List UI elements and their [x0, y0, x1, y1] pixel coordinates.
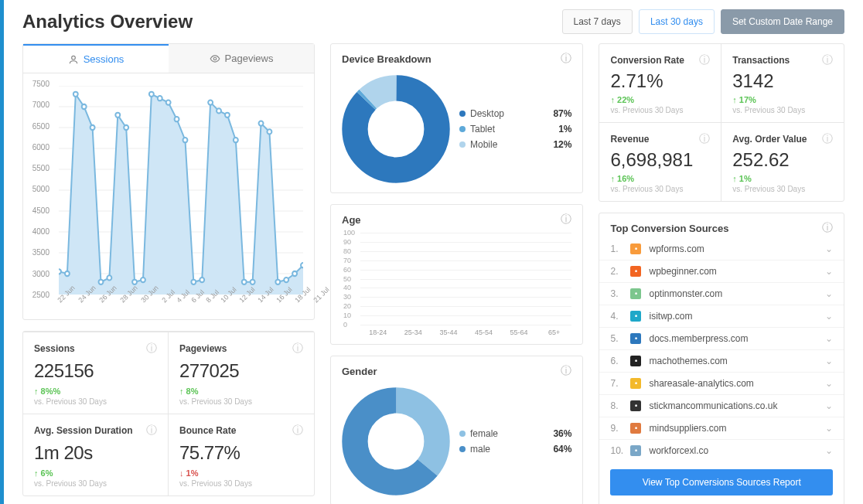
source-row[interactable]: 5. • docs.memberpress.com ⌄ — [599, 327, 844, 349]
svg-point-25 — [158, 96, 162, 100]
info-icon[interactable]: ⓘ — [822, 132, 833, 146]
range-last30-button[interactable]: Last 30 days — [639, 9, 715, 34]
kpi-compare: vs. Previous 30 Days — [610, 106, 710, 114]
tab-sessions[interactable]: Sessions — [23, 44, 169, 73]
svg-point-45 — [355, 88, 437, 170]
kpi-label: Revenue — [610, 134, 649, 145]
source-name: mindsuppliers.com — [649, 423, 726, 434]
svg-point-47 — [355, 400, 437, 482]
kpi-cell: Revenue ⓘ 6,698,981 ↑ 16% vs. Previous 3… — [599, 122, 721, 201]
info-icon[interactable]: ⓘ — [561, 213, 571, 226]
device-card-title: Device Breakdown — [342, 53, 432, 65]
svg-point-32 — [217, 108, 221, 113]
stat-label: Pageviews — [179, 343, 227, 354]
svg-point-17 — [90, 125, 95, 130]
info-icon[interactable]: ⓘ — [699, 53, 710, 67]
chevron-down-icon: ⌄ — [825, 400, 833, 411]
kpi-value: 3142 — [732, 70, 833, 92]
svg-point-39 — [275, 280, 280, 284]
svg-point-0 — [71, 56, 75, 60]
favicon-icon: • — [630, 423, 641, 434]
source-row[interactable]: 1. • wpforms.com ⌄ — [599, 238, 844, 260]
stat-label: Sessions — [34, 343, 75, 354]
stat-change: ↑ 6% — [34, 468, 157, 478]
info-icon[interactable]: ⓘ — [561, 364, 571, 378]
stat-value: 75.77% — [179, 442, 303, 464]
legend-item: male64% — [459, 441, 571, 457]
source-rank: 4. — [610, 311, 623, 322]
source-row[interactable]: 8. • stickmancommunications.co.uk ⌄ — [599, 394, 844, 417]
source-row[interactable]: 4. • isitwp.com ⌄ — [599, 305, 844, 327]
kpi-value: 252.62 — [732, 149, 833, 171]
kpi-label: Avg. Order Value — [732, 134, 807, 145]
sources-card: Top Conversion Sources ⓘ 1. • wpforms.co… — [599, 213, 844, 504]
kpi-card: Conversion Rate ⓘ 2.71% ↑ 22% vs. Previo… — [599, 43, 844, 202]
source-row[interactable]: 2. • wpbeginner.com ⌄ — [599, 260, 844, 282]
chevron-down-icon: ⌄ — [825, 288, 833, 299]
favicon-icon: • — [630, 378, 641, 389]
source-row[interactable]: 10. • workforcexl.co ⌄ — [599, 439, 844, 461]
legend-item: female36% — [459, 426, 571, 441]
info-icon[interactable]: ⓘ — [822, 53, 833, 67]
chevron-down-icon: ⌄ — [825, 356, 833, 366]
kpi-change: ↑ 22% — [610, 95, 710, 104]
range-custom-button[interactable]: Set Custom Date Range — [721, 9, 844, 34]
stats-card: Sessions ⓘ 225156 ↑ 8%% vs. Previous 30 … — [22, 331, 315, 496]
favicon-icon: • — [630, 445, 641, 456]
source-rank: 3. — [610, 288, 623, 299]
legend-item: Mobile12% — [459, 137, 571, 152]
svg-point-31 — [208, 100, 213, 104]
info-icon[interactable]: ⓘ — [561, 52, 571, 66]
svg-point-19 — [107, 275, 111, 280]
tab-sessions-label: Sessions — [84, 53, 125, 65]
svg-point-15 — [73, 92, 78, 97]
info-icon[interactable]: ⓘ — [699, 132, 710, 146]
info-icon[interactable]: ⓘ — [146, 342, 157, 356]
source-rank: 7. — [610, 378, 623, 389]
source-row[interactable]: 6. • machothemes.com ⌄ — [599, 349, 844, 372]
svg-point-1 — [213, 57, 217, 60]
info-icon[interactable]: ⓘ — [292, 342, 303, 356]
stat-cell: Avg. Session Duration ⓘ 1m 20s ↑ 6% vs. … — [23, 414, 169, 495]
favicon-icon: • — [630, 288, 641, 299]
kpi-cell: Conversion Rate ⓘ 2.71% ↑ 22% vs. Previo… — [599, 44, 721, 122]
sessions-chart-card: Sessions Pageviews 750070006500600055005… — [22, 43, 315, 320]
stat-value: 225156 — [34, 360, 157, 382]
range-last7-button[interactable]: Last 7 days — [562, 9, 633, 34]
info-icon[interactable]: ⓘ — [822, 221, 833, 235]
source-rank: 10. — [610, 445, 623, 456]
source-row[interactable]: 3. • optinmonster.com ⌄ — [599, 282, 844, 305]
svg-point-18 — [99, 280, 104, 284]
chevron-down-icon: ⌄ — [825, 266, 833, 277]
age-card: Age ⓘ 1009080706050403020100 18-2425-343… — [330, 204, 583, 345]
source-row[interactable]: 9. • mindsuppliers.com ⌄ — [599, 417, 844, 439]
info-icon[interactable]: ⓘ — [292, 424, 303, 438]
source-rank: 1. — [610, 243, 623, 254]
source-rank: 9. — [610, 423, 623, 434]
svg-point-33 — [225, 113, 230, 117]
source-rank: 6. — [610, 356, 623, 366]
chevron-down-icon: ⌄ — [825, 445, 833, 456]
stat-label: Bounce Rate — [179, 425, 236, 436]
svg-point-26 — [166, 100, 171, 104]
svg-point-35 — [242, 280, 247, 284]
stat-cell: Pageviews ⓘ 277025 ↑ 8% vs. Previous 30 … — [169, 332, 314, 414]
svg-point-28 — [182, 138, 187, 142]
info-icon[interactable]: ⓘ — [146, 424, 157, 438]
kpi-label: Conversion Rate — [610, 55, 684, 66]
kpi-label: Transactions — [732, 55, 790, 66]
svg-point-38 — [267, 129, 271, 134]
chevron-down-icon: ⌄ — [825, 378, 833, 389]
svg-point-21 — [124, 125, 128, 130]
kpi-value: 2.71% — [610, 70, 710, 92]
tab-pageviews[interactable]: Pageviews — [169, 44, 314, 73]
stat-compare: vs. Previous 30 Days — [179, 479, 303, 488]
source-name: wpforms.com — [649, 243, 704, 254]
stat-compare: vs. Previous 30 Days — [179, 397, 303, 406]
source-row[interactable]: 7. • shareasale-analytics.com ⌄ — [599, 372, 844, 394]
stat-compare: vs. Previous 30 Days — [34, 479, 157, 488]
source-name: machothemes.com — [649, 356, 727, 366]
view-report-button[interactable]: View Top Conversions Sources Report — [610, 469, 833, 495]
gender-card: Gender ⓘ female36%male64% — [330, 356, 583, 504]
chevron-down-icon: ⌄ — [825, 311, 833, 322]
